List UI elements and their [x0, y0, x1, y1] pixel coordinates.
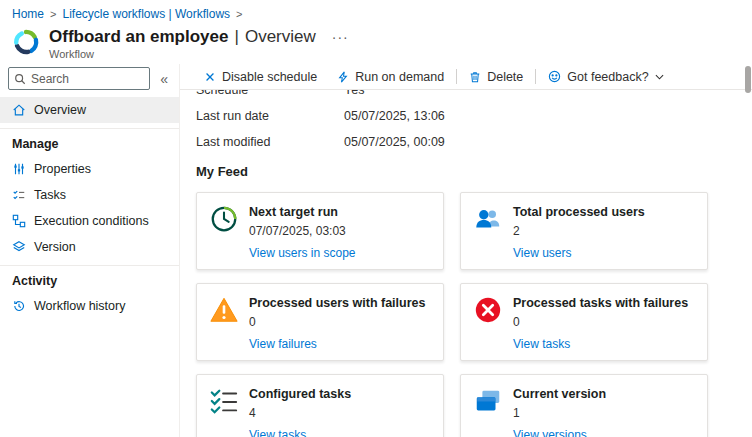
detail-label: Last modified: [196, 135, 344, 149]
sidebar-item-properties[interactable]: Properties: [0, 156, 179, 182]
sidebar-item-execution-conditions[interactable]: Execution conditions: [0, 208, 179, 234]
card-value: 1: [513, 406, 606, 420]
sidebar-item-label: Workflow history: [34, 299, 125, 313]
delete-button[interactable]: Delete: [459, 64, 533, 89]
blade-name: Overview: [245, 27, 316, 47]
got-feedback-label: Got feedback?: [567, 70, 648, 84]
lightning-icon: [337, 71, 349, 83]
sidebar-search-row: «: [0, 67, 179, 97]
sidebar-section-activity: Activity: [0, 269, 179, 293]
detail-row-schedule: Schedule Yes: [196, 90, 752, 103]
feed-cards: Next target run 07/07/2025, 03:03 View u…: [196, 192, 752, 437]
card-title: Current version: [513, 386, 606, 401]
search-box: [8, 67, 150, 90]
sidebar: « Overview Manage: [0, 64, 180, 437]
sidebar-divider: [0, 128, 179, 129]
feed-card-processed-users-with-failures: Processed users with failures 0 View fai…: [196, 283, 444, 361]
sidebar-item-label: Properties: [34, 162, 91, 176]
feed-card-current-version: Current version 1 View versions: [460, 374, 708, 437]
overview-icon: [12, 103, 26, 117]
run-on-demand-button[interactable]: Run on demand: [327, 64, 454, 89]
page-subtitle: Workflow: [49, 48, 349, 61]
view-users-link[interactable]: View users: [513, 246, 695, 260]
detail-value: 05/07/2025, 00:09: [344, 135, 445, 149]
feed-card-total-processed-users: Total processed users 2 View users: [460, 192, 708, 270]
feed-card-configured-tasks: Configured tasks 4 View tasks: [196, 374, 444, 437]
sidebar-item-tasks[interactable]: Tasks: [0, 182, 179, 208]
version-icon: [12, 240, 26, 254]
trash-icon: [469, 71, 481, 83]
toolbar-divider: [535, 69, 536, 84]
disable-schedule-label: Disable schedule: [222, 70, 317, 84]
got-feedback-button[interactable]: Got feedback?: [538, 64, 673, 89]
sidebar-item-label: Version: [34, 240, 76, 254]
chevron-down-icon: [655, 74, 664, 80]
detail-value: Yes: [344, 90, 364, 97]
workflow-overview-page: Home > Lifecycle workflows | Workflows >…: [0, 0, 752, 437]
disable-schedule-button[interactable]: Disable schedule: [194, 64, 327, 89]
card-title: Next target run: [249, 204, 346, 219]
sidebar-item-version[interactable]: Version: [0, 234, 179, 260]
page-header: Offboard an employee | Overview ··· Work…: [0, 22, 752, 64]
card-value: 0: [249, 315, 425, 329]
sidebar-collapse-button[interactable]: «: [157, 71, 171, 87]
delete-label: Delete: [487, 70, 523, 84]
sidebar-divider: [0, 265, 179, 266]
workflow-logo-icon: [12, 28, 40, 60]
card-title: Configured tasks: [249, 386, 351, 401]
card-value: 07/07/2025, 03:03: [249, 224, 346, 238]
people-icon: [473, 204, 503, 234]
error-icon: [473, 295, 503, 325]
view-tasks-failures-link[interactable]: View tasks: [513, 337, 695, 351]
page-title: Offboard an employee | Overview ···: [49, 27, 349, 47]
view-versions-link[interactable]: View versions: [513, 428, 695, 437]
title-divider: |: [234, 27, 238, 47]
tasks-icon: [12, 188, 26, 202]
run-on-demand-label: Run on demand: [355, 70, 444, 84]
warning-icon: [209, 295, 239, 325]
feed-card-next-target-run: Next target run 07/07/2025, 03:03 View u…: [196, 192, 444, 270]
workflow-details: Schedule Yes Last run date 05/07/2025, 1…: [196, 90, 752, 155]
execution-conditions-icon: [12, 214, 26, 228]
clock-icon: [209, 204, 239, 234]
versions-icon: [473, 386, 503, 416]
sidebar-item-workflow-history[interactable]: Workflow history: [0, 293, 179, 319]
feed-card-processed-tasks-with-failures: Processed tasks with failures 0 View tas…: [460, 283, 708, 361]
card-title: Processed users with failures: [249, 295, 425, 310]
sidebar-item-label: Execution conditions: [34, 214, 149, 228]
vertical-scrollbar[interactable]: [745, 66, 751, 93]
detail-row-last-modified: Last modified 05/07/2025, 00:09: [196, 129, 752, 155]
checklist-icon: [209, 386, 239, 416]
search-input[interactable]: [31, 72, 144, 86]
breadcrumb-separator: >: [50, 8, 56, 20]
smiley-icon: [548, 70, 561, 83]
history-icon: [12, 299, 26, 313]
view-users-in-scope-link[interactable]: View users in scope: [249, 246, 431, 260]
view-configured-tasks-link[interactable]: View tasks: [249, 428, 431, 437]
main-panel: Disable schedule Run on demand: [180, 64, 752, 437]
view-failures-link[interactable]: View failures: [249, 337, 431, 351]
sidebar-item-label: Tasks: [34, 188, 66, 202]
sidebar-nav: Overview Manage Properties: [0, 97, 179, 319]
workflow-name: Offboard an employee: [49, 27, 228, 47]
card-title: Total processed users: [513, 204, 645, 219]
cancel-icon: [204, 71, 216, 83]
card-value: 4: [249, 406, 351, 420]
main-row: « Overview Manage: [0, 64, 752, 437]
breadcrumb-separator: >: [236, 8, 242, 20]
more-actions-button[interactable]: ···: [332, 29, 349, 45]
sidebar-section-manage: Manage: [0, 132, 179, 156]
properties-icon: [12, 162, 26, 176]
search-icon: [14, 73, 26, 85]
breadcrumb-lifecycle-workflows-link[interactable]: Lifecycle workflows | Workflows: [62, 7, 230, 21]
sidebar-item-label: Overview: [34, 103, 86, 117]
card-value: 0: [513, 315, 688, 329]
sidebar-item-overview[interactable]: Overview: [0, 97, 179, 123]
breadcrumb: Home > Lifecycle workflows | Workflows >: [0, 0, 752, 22]
detail-row-last-run-date: Last run date 05/07/2025, 13:06: [196, 103, 752, 129]
command-bar: Disable schedule Run on demand: [180, 64, 752, 90]
my-feed-title: My Feed: [196, 164, 752, 179]
toolbar-divider: [456, 69, 457, 84]
breadcrumb-home-link[interactable]: Home: [12, 7, 44, 21]
overview-content: Schedule Yes Last run date 05/07/2025, 1…: [180, 90, 752, 437]
